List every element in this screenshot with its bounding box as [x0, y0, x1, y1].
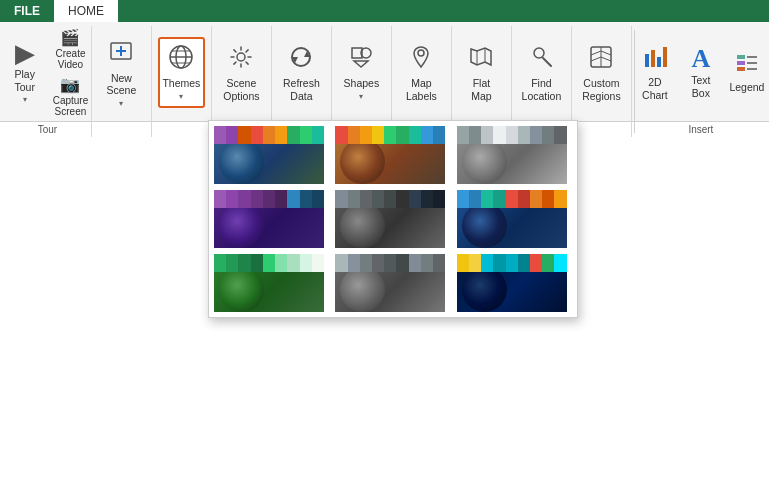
- legend-label: Legend: [729, 81, 764, 94]
- play-tour-label: PlayTour: [14, 68, 34, 93]
- new-scene-label: NewScene: [107, 72, 137, 97]
- capture-screen-button[interactable]: 📷 CaptureScreen: [49, 73, 93, 119]
- svg-rect-27: [737, 67, 745, 71]
- svg-rect-21: [657, 57, 661, 67]
- svg-rect-20: [651, 50, 655, 67]
- shapes-icon: [347, 43, 375, 75]
- play-dropdown-arrow: ▾: [23, 95, 27, 105]
- theme-item-2[interactable]: [334, 125, 446, 185]
- ribbon-group-themes: Themes ▾ Themes: [152, 26, 212, 137]
- flat-map-button[interactable]: FlatMap: [459, 39, 503, 106]
- themes-grid: [213, 125, 573, 313]
- themes-icon: [167, 43, 195, 75]
- theme-item-3[interactable]: [456, 125, 568, 185]
- flat-map-buttons: FlatMap: [458, 26, 505, 119]
- create-video-label: CreateVideo: [55, 48, 85, 70]
- scene-options-buttons: SceneOptions: [218, 26, 265, 119]
- theme-item-9[interactable]: [456, 253, 568, 313]
- shapes-dropdown-arrow: ▾: [359, 92, 363, 102]
- shapes-buttons: Shapes ▾: [338, 26, 385, 119]
- flat-map-label: FlatMap: [471, 77, 491, 102]
- find-location-icon: [527, 43, 555, 75]
- legend-icon: [735, 51, 759, 79]
- textbox-icon: A: [692, 46, 711, 72]
- svg-marker-11: [354, 61, 368, 67]
- custom-regions-buttons: CustomRegions: [578, 26, 625, 119]
- find-location-button[interactable]: FindLocation: [518, 39, 565, 106]
- ribbon: ▶ PlayTour ▾ 🎬 CreateVideo 📷 CaptureScre…: [0, 22, 769, 122]
- text-box-label: TextBox: [691, 74, 710, 99]
- labels-buttons: MapLabels: [398, 26, 445, 119]
- video-icon: 🎬: [60, 28, 80, 47]
- shapes-button[interactable]: Shapes ▾: [338, 39, 385, 105]
- legend-button[interactable]: Legend: [725, 42, 769, 104]
- theme-item-5[interactable]: [334, 189, 446, 249]
- themes-label: Themes: [162, 77, 200, 90]
- play-icon: ▶: [15, 40, 35, 66]
- custom-regions-label: CustomRegions: [582, 77, 621, 102]
- file-tab[interactable]: FILE: [0, 0, 54, 22]
- refresh-icon: [287, 43, 315, 75]
- tour-group-label: Tour: [10, 121, 85, 137]
- theme-item-7[interactable]: [213, 253, 325, 313]
- tour-buttons: ▶ PlayTour ▾ 🎬 CreateVideo 📷 CaptureScre…: [10, 26, 85, 119]
- ribbon-group-insert: 2DChart A TextBox: [637, 26, 765, 137]
- svg-line-16: [543, 58, 551, 66]
- theme-item-4[interactable]: [213, 189, 325, 249]
- insert-buttons: 2DChart A TextBox: [643, 26, 759, 119]
- new-scene-icon: [107, 37, 135, 70]
- themes-dropdown-arrow: ▾: [179, 92, 183, 102]
- svg-point-8: [237, 53, 245, 61]
- map-labels-button[interactable]: MapLabels: [399, 39, 443, 106]
- scene-options-button[interactable]: SceneOptions: [218, 39, 265, 106]
- flat-map-icon: [467, 43, 495, 75]
- themes-button[interactable]: Themes ▾: [158, 37, 205, 107]
- svg-rect-23: [737, 55, 745, 59]
- 2d-chart-button[interactable]: 2DChart: [633, 40, 677, 105]
- tour-stacked: 🎬 CreateVideo 📷 CaptureScreen: [49, 26, 93, 119]
- capture-screen-label: CaptureScreen: [53, 95, 89, 117]
- title-bar: FILE HOME: [0, 0, 769, 22]
- 2d-chart-label: 2DChart: [642, 76, 668, 101]
- camera-icon: 📷: [60, 75, 80, 94]
- find-location-label: FindLocation: [522, 77, 562, 102]
- svg-rect-19: [645, 54, 649, 67]
- map-labels-icon: [407, 43, 435, 75]
- new-scene-button[interactable]: NewScene ▾: [99, 33, 143, 113]
- chart-icon: [642, 44, 668, 74]
- home-tab[interactable]: HOME: [54, 0, 118, 22]
- find-location-buttons: FindLocation: [518, 26, 565, 119]
- ribbon-group-scene: NewScene ▾ Scene: [92, 26, 152, 137]
- data-buttons: RefreshData: [278, 26, 325, 119]
- shapes-label: Shapes: [344, 77, 380, 90]
- ribbon-group-custom-regions: CustomRegions .: [572, 26, 632, 137]
- svg-point-12: [418, 50, 424, 56]
- svg-rect-25: [737, 61, 745, 65]
- scene-options-icon: [227, 43, 255, 75]
- themes-buttons: Themes ▾: [158, 26, 205, 119]
- refresh-data-button[interactable]: RefreshData: [278, 39, 325, 106]
- refresh-data-label: RefreshData: [283, 77, 320, 102]
- scene-options-label: SceneOptions: [223, 77, 259, 102]
- ribbon-group-tour: ▶ PlayTour ▾ 🎬 CreateVideo 📷 CaptureScre…: [4, 26, 92, 137]
- themes-dropdown: [208, 120, 578, 318]
- custom-regions-button[interactable]: CustomRegions: [578, 39, 625, 106]
- scene-buttons: NewScene ▾: [98, 26, 145, 119]
- custom-regions-icon: [587, 43, 615, 75]
- create-video-button[interactable]: 🎬 CreateVideo: [49, 26, 93, 72]
- theme-item-6[interactable]: [456, 189, 568, 249]
- map-labels-label: MapLabels: [406, 77, 437, 102]
- svg-rect-22: [663, 47, 667, 67]
- theme-item-1[interactable]: [213, 125, 325, 185]
- play-tour-button[interactable]: ▶ PlayTour ▾: [3, 36, 47, 109]
- text-box-button[interactable]: A TextBox: [679, 42, 723, 104]
- svg-point-15: [534, 48, 544, 58]
- theme-item-8[interactable]: [334, 253, 446, 313]
- new-scene-dropdown: ▾: [119, 99, 123, 109]
- insert-group-label: Insert: [643, 121, 759, 137]
